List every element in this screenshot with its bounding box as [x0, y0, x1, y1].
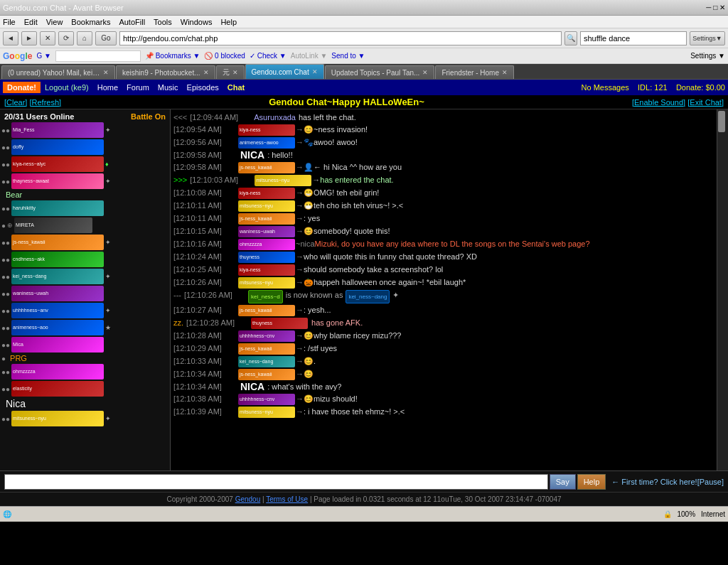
search-input[interactable] [580, 31, 687, 45]
message-row: <<< [12:09:44 AM] Asurunxada has left th… [173, 112, 714, 123]
sendto-label: Send to ▼ [331, 52, 365, 60]
pause-link[interactable]: [Pause] [697, 478, 724, 486]
search-icon[interactable]: 🔍 [564, 31, 577, 45]
message-row: [12:10:34 AM] js-ness_kawaii → 😊 [173, 369, 714, 380]
message-row: [12:10:34 AM] NICA : what's with the avy… [173, 382, 714, 392]
list-item[interactable]: ●● Mia_Fess ✦ [1, 122, 168, 138]
message-row: [12:10:11 AM] mitsuness~nyu → 😷 teh cho … [173, 200, 714, 212]
google-toolbar: Google G ▼ 📌 Bookmarks ▼ 🚫 0 blocked ✓ C… [0, 48, 728, 64]
first-time-link[interactable]: ← First time? Click here! [611, 478, 697, 486]
chat-input-bar: Say Help ← First time? Click here! [Paus… [0, 470, 728, 492]
stop-button[interactable]: ✕ [40, 31, 55, 45]
tab-gendou-chat[interactable]: Gendou.com Chat ✕ [245, 64, 324, 79]
tab-friendster[interactable]: Friendster - Home ✕ [435, 65, 514, 79]
list-item[interactable]: ●● elasticity [1, 381, 168, 397]
zoom-level: 100% [678, 510, 696, 518]
menu-autofill[interactable]: AutoFill [119, 18, 145, 26]
message-row: [12:09:54 AM] kiya-ness → 😊 ~ness invasi… [173, 124, 714, 136]
episodes-link[interactable]: Episodes [183, 82, 223, 93]
message-row: [12:10:11 AM] js-ness_kawaii → : yes [173, 213, 714, 225]
list-item[interactable]: ●● ohmzzzza [1, 364, 168, 380]
message-row: [12:10:15 AM] waniness~uwah → 😊 somebody… [173, 226, 714, 237]
menu-tools[interactable]: Tools [154, 18, 172, 26]
message-row: [12:09:58 AM] js-ness_kawaii → 👤 ← hi Ni… [173, 162, 714, 173]
close-icon[interactable]: ✕ [203, 69, 209, 76]
list-item[interactable]: ●● js-ness_kawaii ✦ [1, 235, 168, 250]
chat-scrollbar[interactable] [717, 109, 728, 470]
tab-photobucket[interactable]: keishin9 - Photobucket... ✕ [116, 65, 215, 79]
refresh-button[interactable]: ⟳ [58, 31, 74, 45]
clear-link[interactable]: [Clear] [4, 98, 27, 107]
menu-edit[interactable]: Edit [24, 18, 38, 26]
window-controls[interactable]: ─ □ ✕ [706, 4, 725, 11]
forward-button[interactable]: ► [21, 31, 37, 45]
tab-paul-tan[interactable]: Updated Topics - Paul Tan... ✕ [325, 65, 435, 79]
chat-text-input[interactable] [4, 474, 548, 490]
home-link[interactable]: Home [93, 82, 122, 93]
list-item[interactable]: Nica [1, 398, 168, 409]
user-list: 20/31 Users Online Battle On ●● Mia_Fess… [0, 109, 171, 470]
close-icon[interactable]: ✕ [312, 68, 318, 75]
gendou-link[interactable]: Gendou [235, 495, 261, 503]
address-bar[interactable] [119, 31, 562, 45]
internet-zone: Internet [701, 510, 725, 518]
settings-label[interactable]: Settings ▼ [690, 52, 725, 60]
back-button[interactable]: ◄ [3, 31, 18, 45]
list-item[interactable]: ● PRG [1, 354, 168, 362]
list-item[interactable]: ●● kei_ness~dang ✦ [1, 269, 168, 284]
close-icon[interactable]: ✕ [103, 69, 109, 76]
close-icon[interactable]: ✕ [422, 69, 428, 76]
list-item[interactable]: ●● thayness~awaat ✦ [1, 173, 168, 189]
list-item[interactable]: ●● haruhikitty [1, 200, 168, 216]
menu-windows[interactable]: Windows [181, 18, 213, 26]
message-row: [12:10:24 AM] thuyness → who will quote … [173, 252, 714, 263]
user-list-header: 20/31 Users Online Battle On [1, 111, 168, 122]
exit-chat-link[interactable]: [Exit Chat] [687, 98, 724, 107]
go-button[interactable]: Go [95, 31, 117, 45]
forum-link[interactable]: Forum [122, 82, 154, 93]
menu-view[interactable]: View [46, 18, 63, 26]
menu-file[interactable]: File [3, 18, 16, 26]
nav-icon: 🔒 [663, 510, 672, 518]
menu-help[interactable]: Help [220, 18, 237, 26]
site-footer: Copyright 2000-2007 Gendou | Terms of Us… [0, 492, 728, 506]
nav-status: No Messages IDL: 121 Donate: $0.00 [582, 83, 725, 92]
message-row: [12:09:58 AM] NICA : hello!! [173, 150, 714, 161]
list-item[interactable]: ● ⊕ MIRETA [1, 217, 168, 233]
blocked-label: 🚫 0 blocked [204, 52, 245, 60]
messages-scroll: <<< [12:09:44 AM] Asurunxada has left th… [171, 109, 717, 470]
main-container: 20/31 Users Online Battle On ●● Mia_Fess… [0, 109, 728, 492]
chat-title: Gendou Chat~Happy HALLoWeEn~ [269, 97, 424, 107]
message-row: [12:10:27 AM] js-ness_kawaii → : yesh... [173, 305, 714, 316]
list-item[interactable]: ●● uhhhhness~anv ✦ [1, 303, 168, 318]
list-item[interactable]: ●● animeness~aoo ★ [1, 320, 168, 335]
settings-button[interactable]: Settings▼ [690, 31, 725, 45]
tab-yahoo-mail[interactable]: (0 unread) Yahoo! Mail, kei_shin9 ✕ [1, 65, 115, 79]
terms-link[interactable]: Terms of Use [266, 495, 308, 503]
list-item[interactable]: ●● mitsuness~nyu ✦ [1, 411, 168, 426]
close-icon[interactable]: ✕ [232, 69, 238, 76]
message-row: [12:10:39 AM] mitsuness~nyu → : i have t… [173, 407, 714, 418]
list-item[interactable]: Bear [1, 190, 168, 199]
list-item[interactable]: ●● Mica [1, 337, 168, 353]
list-item[interactable]: ●● waniness~uwah [1, 286, 168, 301]
clear-refresh-links[interactable]: [Clear] [Refresh] [4, 98, 61, 107]
list-item[interactable]: ●● cndhness~akk [1, 252, 168, 267]
help-button[interactable]: Help [577, 474, 606, 490]
check-label: ✓ Check ▼ [250, 52, 287, 60]
message-row: >>> [12:10:03 AM] mitsuness~nyu → has en… [173, 175, 714, 186]
refresh-link[interactable]: [Refresh] [29, 98, 61, 107]
logout-link[interactable]: Logout (ke9) [41, 82, 93, 93]
enable-sound-link[interactable]: [Enable Sound] [632, 98, 685, 107]
tab-japanese[interactable]: 元 ✕ [216, 65, 245, 79]
list-item[interactable]: ●● kiya-ness~alyc ♦ [1, 156, 168, 172]
google-search-input[interactable] [55, 50, 141, 62]
list-item[interactable]: ●● doffy [1, 139, 168, 155]
chat-link[interactable]: Chat [223, 82, 249, 93]
music-link[interactable]: Music [154, 82, 183, 93]
menu-bookmarks[interactable]: Bookmarks [71, 18, 110, 26]
home-button[interactable]: ⌂ [77, 31, 92, 45]
donate-button[interactable]: Donate! [3, 82, 41, 93]
say-button[interactable]: Say [550, 474, 576, 490]
close-icon[interactable]: ✕ [502, 69, 508, 76]
